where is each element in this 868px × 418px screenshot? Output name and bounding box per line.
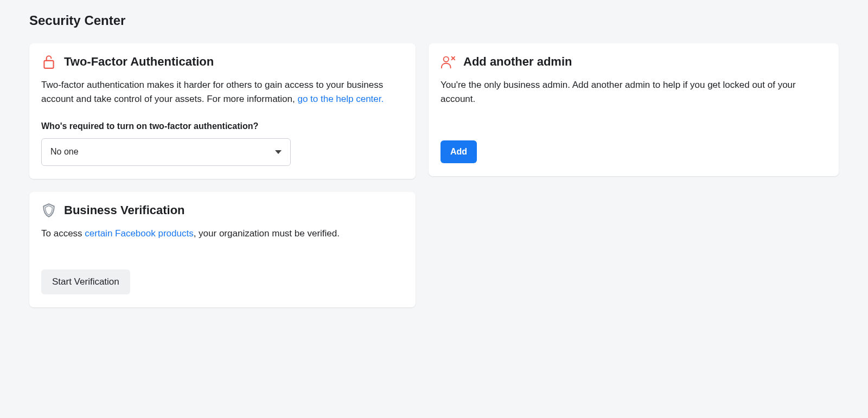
unlock-icon xyxy=(41,54,56,69)
left-column: Two-Factor Authentication Two-factor aut… xyxy=(29,43,416,307)
admin-card: Add another admin You're the only busine… xyxy=(429,43,839,176)
verification-body-prefix: To access xyxy=(41,228,85,239)
admin-body-text: You're the only business admin. Add anot… xyxy=(441,78,827,107)
admin-title: Add another admin xyxy=(463,55,572,69)
page-title: Security Center xyxy=(29,13,839,28)
twofa-who-label: Who's required to turn on two-factor aut… xyxy=(41,120,404,133)
twofa-card: Two-Factor Authentication Two-factor aut… xyxy=(29,43,416,179)
right-column: Add another admin You're the only busine… xyxy=(429,43,839,176)
twofa-title: Two-Factor Authentication xyxy=(64,55,214,69)
shield-icon xyxy=(41,203,56,218)
help-center-link[interactable]: go to the help center. xyxy=(297,94,384,104)
twofa-requirement-select[interactable]: No one xyxy=(41,138,291,166)
admin-body: You're the only business admin. Add anot… xyxy=(441,78,827,163)
chevron-down-icon xyxy=(275,150,282,154)
verification-card: Business Verification To access certain … xyxy=(29,192,416,307)
user-x-icon xyxy=(441,54,456,69)
verification-body-suffix: , your organization must be verified. xyxy=(194,228,340,239)
content-grid: Two-Factor Authentication Two-factor aut… xyxy=(29,43,839,307)
verification-body: To access certain Facebook products, you… xyxy=(41,227,404,294)
admin-header: Add another admin xyxy=(441,54,827,69)
twofa-header: Two-Factor Authentication xyxy=(41,54,404,69)
facebook-products-link[interactable]: certain Facebook products xyxy=(85,228,193,239)
add-admin-button[interactable]: Add xyxy=(441,140,477,163)
twofa-body: Two-factor authentication makes it harde… xyxy=(41,78,404,166)
verification-title: Business Verification xyxy=(64,203,185,217)
twofa-select-value: No one xyxy=(50,145,79,159)
svg-rect-0 xyxy=(44,61,53,68)
verification-header: Business Verification xyxy=(41,203,404,218)
svg-point-2 xyxy=(444,57,449,62)
start-verification-button[interactable]: Start Verification xyxy=(41,269,130,294)
